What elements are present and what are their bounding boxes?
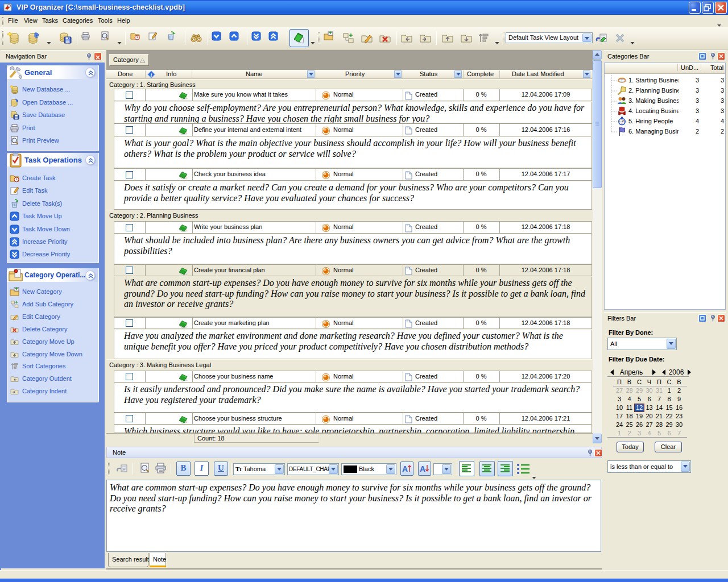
svg-text:i: i bbox=[151, 72, 152, 78]
